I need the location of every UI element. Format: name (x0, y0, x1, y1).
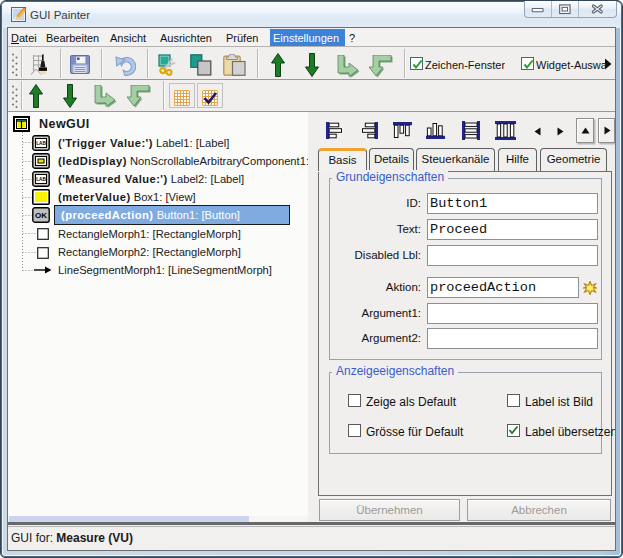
svg-text:LAB: LAB (36, 175, 46, 182)
svg-text:LAB: LAB (36, 139, 46, 146)
svg-text:OK: OK (35, 211, 47, 220)
